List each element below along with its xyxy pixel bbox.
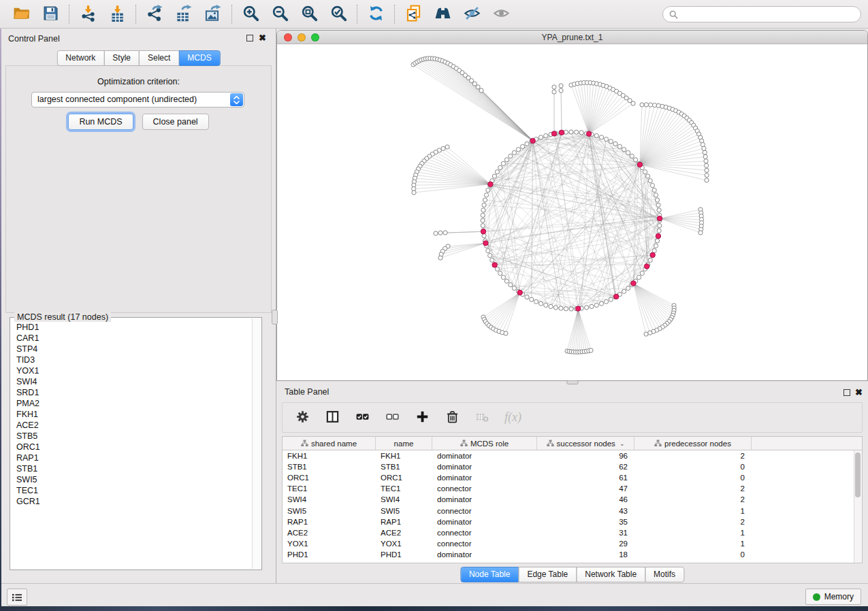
mcds-result-node[interactable]: PHD1 bbox=[16, 322, 252, 333]
mcds-hub-node[interactable] bbox=[559, 130, 564, 135]
mcds-result-node[interactable]: TEC1 bbox=[16, 485, 252, 496]
mcds-result-node[interactable]: STB5 bbox=[16, 431, 252, 442]
columns-button[interactable] bbox=[325, 410, 340, 425]
mcds-result-node[interactable]: STB1 bbox=[16, 463, 252, 474]
deselect-all-button[interactable] bbox=[385, 410, 400, 425]
memory-button[interactable]: Memory bbox=[805, 589, 861, 605]
mcds-result-node[interactable]: RAP1 bbox=[16, 452, 252, 463]
import-table-button[interactable] bbox=[106, 3, 129, 25]
search-input[interactable] bbox=[681, 8, 861, 20]
mcds-result-node[interactable]: TID3 bbox=[16, 354, 252, 365]
criterion-select[interactable]: largest connected component (undirected) bbox=[31, 92, 244, 108]
table-row[interactable]: FKH1FKH1dominator962 bbox=[283, 450, 854, 461]
mcds-hub-node[interactable] bbox=[551, 131, 556, 136]
table-row[interactable]: RAP1RAP1dominator352 bbox=[283, 516, 854, 527]
mcds-hub-node[interactable] bbox=[492, 263, 497, 267]
tab-mcds[interactable]: MCDS bbox=[178, 50, 220, 66]
import-network-button[interactable] bbox=[76, 3, 99, 25]
mcds-result-node[interactable]: ORC1 bbox=[16, 442, 252, 452]
close-panel-button[interactable]: Close panel bbox=[142, 114, 209, 130]
mcds-hub-node[interactable] bbox=[631, 281, 636, 286]
mcds-hub-node[interactable] bbox=[650, 252, 655, 257]
column-type-icon bbox=[654, 440, 662, 447]
search-box[interactable] bbox=[662, 6, 861, 22]
mcds-result-node[interactable]: ACE2 bbox=[16, 420, 252, 431]
close-panel-icon[interactable]: ✖ bbox=[259, 33, 266, 44]
network-canvas[interactable] bbox=[277, 44, 867, 380]
mcds-result-node[interactable]: FKH1 bbox=[16, 409, 252, 420]
table-row[interactable]: TEC1TEC1connector472 bbox=[283, 483, 854, 494]
zoom-selected-button[interactable] bbox=[327, 3, 350, 25]
table-row[interactable]: STB1STB1dominator620 bbox=[283, 461, 854, 472]
export-image-button[interactable] bbox=[202, 3, 225, 25]
column-header-predecessor-nodes[interactable]: predecessor nodes bbox=[634, 437, 752, 450]
mcds-hub-node[interactable] bbox=[657, 216, 662, 220]
tab-style[interactable]: Style bbox=[103, 50, 140, 66]
mcds-hub-node[interactable] bbox=[517, 290, 522, 295]
find-button[interactable] bbox=[431, 3, 454, 25]
export-table-button[interactable] bbox=[172, 3, 195, 25]
add-button[interactable] bbox=[415, 410, 430, 425]
mcds-result-node[interactable]: STP4 bbox=[16, 344, 252, 354]
mcds-hub-node[interactable] bbox=[614, 294, 619, 299]
open-folder-button[interactable] bbox=[10, 3, 33, 25]
table-row[interactable]: PHD1PHD1dominator180 bbox=[283, 549, 854, 560]
mcds-result-node[interactable]: SWI4 bbox=[16, 376, 252, 387]
vertical-splitter-handle[interactable] bbox=[272, 310, 278, 325]
columns-icon bbox=[326, 410, 339, 425]
table-scrollbar-thumb[interactable] bbox=[855, 452, 861, 497]
mcds-result-node[interactable]: SRD1 bbox=[16, 387, 252, 398]
table-row[interactable]: SWI4SWI4dominator462 bbox=[283, 494, 854, 505]
mcds-hub-node[interactable] bbox=[637, 162, 642, 167]
close-table-panel-icon[interactable]: ✖ bbox=[855, 387, 863, 398]
delete-button[interactable] bbox=[445, 410, 460, 425]
table-row[interactable]: ACE2ACE2connector311 bbox=[283, 527, 854, 538]
settings-icon bbox=[296, 410, 309, 425]
mcds-result-node[interactable]: YOX1 bbox=[16, 365, 252, 376]
float-panel-icon[interactable] bbox=[246, 35, 253, 42]
mcds-result-node[interactable]: GCR1 bbox=[16, 496, 252, 507]
settings-button[interactable] bbox=[295, 410, 310, 425]
float-table-panel-icon[interactable] bbox=[843, 389, 850, 396]
zoom-out-button[interactable] bbox=[268, 3, 291, 25]
task-history-button[interactable] bbox=[7, 589, 27, 606]
hide-selected-button[interactable] bbox=[460, 3, 483, 25]
mcds-list-scrollbar[interactable] bbox=[252, 318, 261, 569]
mcds-hub-node[interactable] bbox=[488, 182, 493, 186]
show-all-button[interactable] bbox=[489, 3, 513, 25]
table-row[interactable]: YOX1YOX1connector291 bbox=[283, 538, 854, 549]
save-button[interactable] bbox=[39, 3, 62, 25]
select-all-button[interactable] bbox=[355, 410, 370, 425]
tab-select[interactable]: Select bbox=[139, 50, 179, 66]
mcds-result-node[interactable]: CAR1 bbox=[16, 333, 252, 344]
column-header-MCDS-role[interactable]: MCDS role bbox=[432, 437, 537, 450]
vertical-splitter[interactable] bbox=[276, 29, 276, 583]
mcds-hub-node[interactable] bbox=[656, 233, 660, 238]
column-header-successor-nodes[interactable]: successor nodes⌄ bbox=[537, 437, 634, 450]
zoom-fit-button[interactable] bbox=[298, 3, 321, 25]
mcds-panel: Optimization criterion: largest connecte… bbox=[5, 65, 272, 313]
mcds-hub-node[interactable] bbox=[586, 131, 591, 136]
mcds-hub-node[interactable] bbox=[576, 306, 581, 311]
table-row[interactable]: ORC1ORC1dominator610 bbox=[283, 472, 854, 483]
table-tab-motifs[interactable]: Motifs bbox=[645, 567, 684, 582]
mcds-hub-node[interactable] bbox=[481, 229, 485, 234]
column-header-shared-name[interactable]: shared name bbox=[283, 437, 376, 450]
export-network-button[interactable] bbox=[143, 3, 166, 25]
mcds-result-node[interactable]: SWI5 bbox=[16, 474, 252, 485]
tab-network[interactable]: Network bbox=[57, 50, 104, 66]
table-tab-edge-table[interactable]: Edge Table bbox=[518, 567, 577, 582]
table-tab-network-table[interactable]: Network Table bbox=[576, 567, 645, 582]
table-scrollbar[interactable] bbox=[854, 450, 862, 563]
mcds-hub-node[interactable] bbox=[530, 138, 535, 143]
column-header-name[interactable]: name bbox=[376, 437, 432, 450]
new-network-from-selection-button[interactable] bbox=[402, 3, 425, 25]
mcds-hub-node[interactable] bbox=[483, 241, 488, 246]
refresh-button[interactable] bbox=[364, 3, 387, 25]
mcds-result-node[interactable]: PMA2 bbox=[16, 398, 252, 409]
table-row[interactable]: SWI5SWI5connector431 bbox=[283, 505, 854, 516]
run-mcds-button[interactable]: Run MCDS bbox=[68, 114, 133, 130]
zoom-in-button[interactable] bbox=[239, 3, 262, 25]
mcds-hub-node[interactable] bbox=[644, 264, 649, 269]
table-tab-node-table[interactable]: Node Table bbox=[460, 567, 519, 582]
